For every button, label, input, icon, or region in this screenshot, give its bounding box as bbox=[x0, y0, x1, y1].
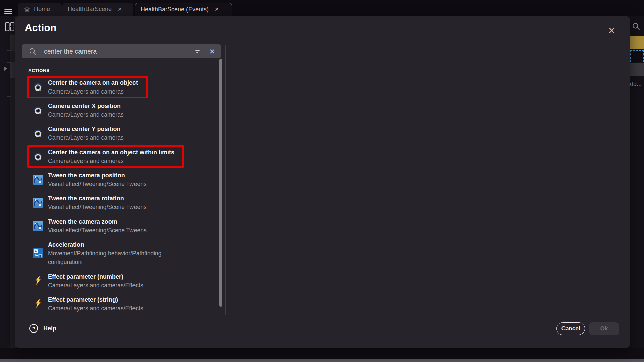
action-item-title: Center the camera on an object bbox=[48, 78, 138, 87]
action-item-title: Tween the camera position bbox=[48, 171, 147, 180]
tab-healthbarscene-events[interactable]: HealthBarScene (Events) ✕ bbox=[135, 3, 232, 16]
search-icon[interactable] bbox=[632, 22, 640, 32]
action-item-title: Tween the camera zoom bbox=[48, 217, 147, 226]
action-list-item[interactable]: Tween the camera rotationVisual effect/T… bbox=[27, 192, 156, 214]
action-results-list: ACTIONS Center the camera on an objectCa… bbox=[22, 62, 219, 312]
ok-button[interactable]: Ok bbox=[589, 322, 619, 335]
event-block bbox=[630, 63, 644, 76]
action-list-item[interactable]: Tween the camera zoomVisual effect/Tween… bbox=[27, 215, 156, 237]
action-item-subtitle: Movement/Pathfinding behavior/Pathfindin… bbox=[48, 249, 192, 266]
action-item-title: Tween the camera rotation bbox=[48, 194, 147, 203]
action-item-subtitle: Camera/Layers and cameras bbox=[48, 110, 124, 119]
action-list-item[interactable]: Center the camera on an object within li… bbox=[27, 145, 184, 168]
tween-icon bbox=[33, 198, 43, 208]
action-dialog: Action ✕ ✕ ACTIONS Center the camera on … bbox=[15, 16, 630, 348]
tween-icon bbox=[33, 175, 43, 185]
action-item-subtitle: Visual effect/Tweening/Scene Tweens bbox=[48, 203, 147, 212]
action-list-item[interactable]: Effect parameter (number)Camera/Layers a… bbox=[27, 270, 153, 292]
gdevelop-editor: Home HealthBarScene ✕ HealthBarScene (Ev… bbox=[0, 0, 644, 362]
tree-line bbox=[7, 62, 11, 63]
tree-line bbox=[7, 50, 11, 51]
action-item-title: Camera center X position bbox=[48, 102, 124, 110]
tab-home[interactable]: Home bbox=[18, 3, 62, 16]
dialog-close-icon[interactable]: ✕ bbox=[605, 24, 619, 37]
editor-right-strip: dd... bbox=[630, 16, 644, 348]
action-item-title: Effect parameter (string) bbox=[48, 295, 143, 304]
help-button[interactable]: ? Help bbox=[29, 324, 56, 333]
tab-label: HealthBarScene (Events) bbox=[141, 6, 209, 13]
list-scrollbar[interactable] bbox=[219, 59, 222, 307]
lightning-icon bbox=[33, 299, 43, 309]
truncated-add-text: dd... bbox=[630, 81, 642, 88]
panels-layout-icon[interactable] bbox=[5, 22, 15, 33]
search-input[interactable] bbox=[44, 48, 194, 55]
action-item-title: Camera center Y position bbox=[48, 125, 124, 133]
tween-icon bbox=[33, 221, 43, 231]
svg-text:B: B bbox=[39, 254, 41, 257]
home-icon bbox=[23, 6, 31, 13]
action-item-subtitle: Camera/Layers and cameras bbox=[48, 87, 138, 96]
clear-search-icon[interactable]: ✕ bbox=[209, 48, 215, 55]
pathfinding-icon: AB bbox=[33, 248, 43, 258]
bottom-bar bbox=[0, 359, 644, 362]
action-item-title: Effect parameter (number) bbox=[48, 272, 143, 281]
panel-divider bbox=[225, 45, 226, 315]
camera-icon bbox=[33, 82, 43, 92]
camera-icon bbox=[33, 152, 43, 162]
top-tab-bar: Home HealthBarScene ✕ HealthBarScene (Ev… bbox=[0, 0, 644, 16]
action-item-subtitle: Camera/Layers and cameras bbox=[48, 157, 174, 165]
action-list-item[interactable]: Tween the camera positionVisual effect/T… bbox=[27, 169, 156, 191]
action-list-item[interactable]: Camera center X positionCamera/Layers an… bbox=[27, 99, 133, 121]
action-search-bar: ✕ bbox=[22, 44, 221, 58]
question-mark-icon: ? bbox=[29, 324, 38, 333]
action-item-subtitle: Camera/Layers and cameras bbox=[48, 133, 124, 142]
action-item-subtitle: Camera/Layers and cameras/Effects bbox=[48, 304, 143, 312]
svg-text:A: A bbox=[35, 250, 37, 253]
action-item-title: Acceleration bbox=[48, 240, 192, 249]
selected-event-block bbox=[630, 50, 644, 62]
camera-icon bbox=[33, 105, 43, 115]
tab-label: Home bbox=[34, 6, 50, 13]
tab-close-icon[interactable]: ✕ bbox=[118, 6, 122, 12]
cancel-button[interactable]: Cancel bbox=[556, 322, 585, 335]
expand-arrow-icon[interactable] bbox=[4, 67, 7, 71]
editor-bottom-strip bbox=[0, 348, 644, 362]
hamburger-menu-icon[interactable] bbox=[4, 9, 12, 14]
action-list-item[interactable]: Effect parameter (string)Camera/Layers a… bbox=[27, 293, 153, 312]
help-label: Help bbox=[43, 325, 56, 332]
action-item-subtitle: Visual effect/Tweening/Scene Tweens bbox=[48, 180, 147, 188]
dialog-title: Action bbox=[25, 22, 57, 34]
camera-icon bbox=[33, 128, 43, 138]
action-list-item[interactable]: Camera center Y positionCamera/Layers an… bbox=[27, 122, 133, 144]
tab-close-icon[interactable]: ✕ bbox=[215, 6, 219, 12]
action-item-subtitle: Camera/Layers and cameras/Effects bbox=[48, 281, 143, 290]
action-list-item[interactable]: ABAccelerationMovement/Pathfinding behav… bbox=[27, 238, 202, 269]
actions-section-label: ACTIONS bbox=[28, 68, 219, 73]
lightning-icon bbox=[33, 276, 43, 286]
filter-icon[interactable] bbox=[194, 49, 201, 54]
action-item-title: Center the camera on an object within li… bbox=[48, 148, 174, 157]
magnifier-icon bbox=[29, 47, 37, 55]
tab-label: HealthBarScene bbox=[68, 6, 112, 13]
action-item-subtitle: Visual effect/Tweening/Scene Tweens bbox=[48, 226, 147, 235]
editor-left-strip bbox=[0, 16, 16, 348]
event-condition-block bbox=[630, 36, 644, 49]
action-list-item[interactable]: Center the camera on an objectCamera/Lay… bbox=[27, 76, 148, 98]
tree-line bbox=[7, 96, 11, 97]
tab-healthbarscene[interactable]: HealthBarScene ✕ bbox=[62, 3, 133, 16]
